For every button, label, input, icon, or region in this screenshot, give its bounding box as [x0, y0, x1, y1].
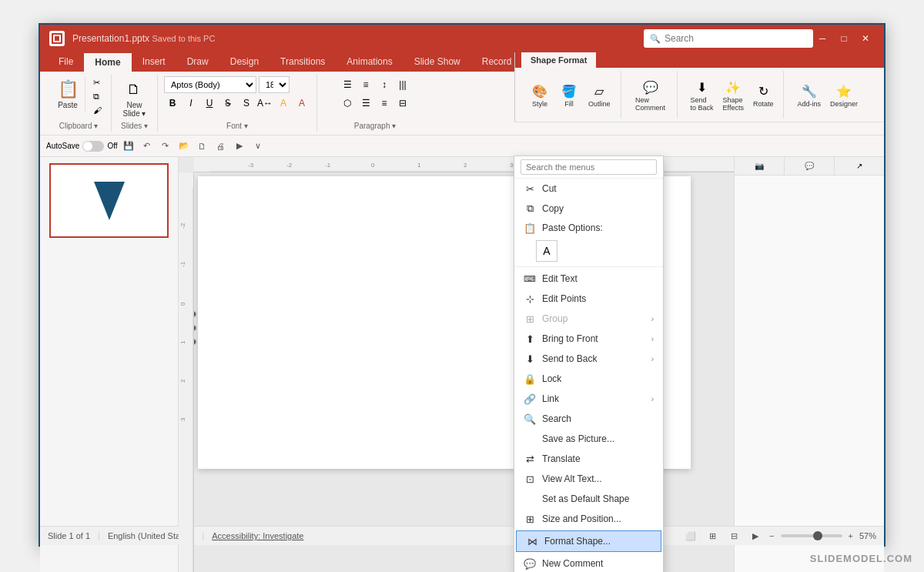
copy-button[interactable]: ⧉: [90, 90, 105, 103]
new-doc-button[interactable]: 🗋: [195, 139, 210, 154]
tab-transitions[interactable]: Transitions: [270, 52, 336, 72]
redo-button[interactable]: ↷: [158, 139, 173, 154]
cm-send-to-back[interactable]: ⬇ Send to Back ›: [514, 349, 663, 369]
copy-icon: ⧉: [93, 92, 99, 102]
cm-size-position[interactable]: ⊞ Size and Position...: [514, 509, 663, 529]
paste-option-a[interactable]: A: [536, 240, 557, 262]
rotate-label: Rotate: [753, 100, 774, 108]
minimize-button[interactable]: ─: [813, 29, 832, 48]
maximize-button[interactable]: □: [835, 29, 853, 48]
cm-edit-points[interactable]: ⊹ Edit Points: [514, 289, 663, 309]
format-painter-button[interactable]: 🖌: [90, 104, 105, 116]
designer-label: Designer: [830, 100, 858, 108]
cm-link[interactable]: 🔗 Link ›: [514, 389, 663, 409]
font-color-button[interactable]: A: [293, 95, 310, 112]
font-size-select[interactable]: 18: [259, 76, 290, 93]
bold-button[interactable]: B: [164, 95, 181, 112]
zoom-percent[interactable]: 57%: [859, 531, 876, 540]
shape-effects-button[interactable]: ✨ ShapeEffects: [719, 76, 748, 113]
paste-button[interactable]: 📋 Paste: [52, 76, 85, 112]
new-slide-button[interactable]: 🗋 NewSlide ▾: [118, 76, 150, 120]
font-family-select[interactable]: Aptos (Body): [164, 76, 256, 93]
add-ins-group: 🔧 Add-ins ⭐ Designer: [787, 71, 868, 119]
tab-file[interactable]: File: [48, 52, 84, 72]
autosave-toggle[interactable]: [82, 141, 104, 152]
cm-edit-text[interactable]: ⌨ Edit Text: [514, 269, 663, 289]
svg-text:0: 0: [371, 162, 375, 169]
slide-thumbnail[interactable]: [49, 163, 169, 238]
autosave-control: AutoSave Off: [46, 141, 118, 152]
tab-slideshow[interactable]: Slide Show: [403, 52, 471, 72]
tab-design[interactable]: Design: [219, 52, 270, 72]
columns-button[interactable]: |||: [394, 76, 411, 93]
search-context-icon: 🔍: [524, 413, 536, 425]
search-input[interactable]: [665, 33, 803, 44]
tab-animations[interactable]: Animations: [336, 52, 403, 72]
rp-tab-comment[interactable]: 💬: [785, 157, 835, 175]
italic-button[interactable]: I: [182, 95, 199, 112]
new-comment-ribbon-button[interactable]: 💬 NewComment: [631, 76, 671, 113]
align-left-button[interactable]: ⬡: [339, 95, 356, 112]
add-ins-button[interactable]: 🔧 Add-ins: [793, 80, 825, 109]
tab-draw[interactable]: Draw: [176, 52, 219, 72]
zoom-minus[interactable]: −: [769, 531, 774, 540]
rp-tab-share[interactable]: ↗: [835, 157, 884, 175]
outline-button[interactable]: ▱ Outline: [584, 80, 614, 109]
rp-tab-camera[interactable]: 📷: [735, 157, 785, 175]
line-spacing-button[interactable]: ↕: [376, 76, 393, 93]
highlight-button[interactable]: A: [275, 95, 292, 112]
svg-text:2: 2: [179, 379, 186, 383]
underline-button[interactable]: U: [201, 95, 218, 112]
accessibility-label[interactable]: Accessibility: Investigate: [212, 531, 303, 540]
more-button[interactable]: ∨: [250, 139, 266, 154]
cm-translate[interactable]: ⇄ Translate: [514, 449, 663, 469]
slideshow-button[interactable]: ▶: [232, 139, 247, 154]
open-folder-button[interactable]: 📂: [176, 139, 192, 154]
cm-format-shape[interactable]: ⋈ Format Shape...: [516, 530, 661, 552]
zoom-plus[interactable]: +: [849, 531, 853, 540]
cm-copy[interactable]: ⧉ Copy: [514, 199, 663, 219]
context-search-input[interactable]: [521, 159, 657, 175]
char-spacing-button[interactable]: A↔: [256, 95, 273, 112]
view-slideshow-button[interactable]: ▶: [748, 528, 763, 544]
new-comment-cm-icon: 💬: [524, 557, 536, 570]
shape-format-tab[interactable]: Shape Format: [521, 52, 596, 68]
cm-lock[interactable]: 🔒 Lock: [514, 369, 663, 389]
size-position-label: Size and Position...: [542, 513, 654, 524]
rotate-icon: ↻: [758, 82, 768, 100]
strikethrough-button[interactable]: S̶: [219, 95, 236, 112]
zoom-slider[interactable]: [781, 534, 842, 537]
cm-bring-to-front[interactable]: ⬆ Bring to Front ›: [514, 329, 663, 349]
justify-button[interactable]: ⊟: [394, 95, 411, 112]
undo-button[interactable]: ↶: [139, 139, 155, 154]
cm-alt-text[interactable]: ⊡ View Alt Text...: [514, 469, 663, 489]
view-grid-button[interactable]: ⊞: [705, 528, 720, 544]
cm-save-picture[interactable]: Save as Picture...: [514, 429, 663, 449]
shadow-button[interactable]: S: [238, 95, 255, 112]
cut-button[interactable]: ✂: [90, 76, 105, 89]
search-bar[interactable]: 🔍: [644, 29, 813, 48]
cm-new-comment[interactable]: 💬 New Comment: [514, 554, 663, 572]
align-right-button[interactable]: ≡: [376, 95, 393, 112]
cm-search-item[interactable]: 🔍 Search: [514, 409, 663, 429]
style-button[interactable]: 🎨 Style: [526, 80, 554, 109]
numbering-button[interactable]: ≡: [357, 76, 374, 93]
view-normal-button[interactable]: ⬜: [683, 528, 698, 544]
fill-button[interactable]: 🪣 Fill: [555, 80, 583, 109]
rotate-button[interactable]: ↻ Rotate: [749, 80, 778, 109]
save-button[interactable]: 💾: [121, 139, 136, 154]
designer-button[interactable]: ⭐ Designer: [826, 80, 862, 109]
bullets-button[interactable]: ☰: [339, 76, 356, 93]
send-to-back-button[interactable]: ⬇ Sendto Back: [687, 76, 718, 113]
print-button[interactable]: 🖨: [213, 139, 229, 154]
view-reading-button[interactable]: ⊟: [726, 528, 742, 544]
edit-text-label: Edit Text: [542, 273, 654, 284]
send-to-back-arrow: ›: [651, 355, 654, 363]
close-button[interactable]: ✕: [856, 29, 875, 48]
align-center-button[interactable]: ☰: [357, 95, 374, 112]
tab-insert[interactable]: Insert: [132, 52, 176, 72]
cm-cut[interactable]: ✂ Cut: [514, 179, 663, 199]
tab-home[interactable]: Home: [84, 52, 131, 72]
cm-default-shape[interactable]: Set as Default Shape: [514, 489, 663, 509]
right-panel: 📷 💬 ↗: [734, 157, 884, 572]
